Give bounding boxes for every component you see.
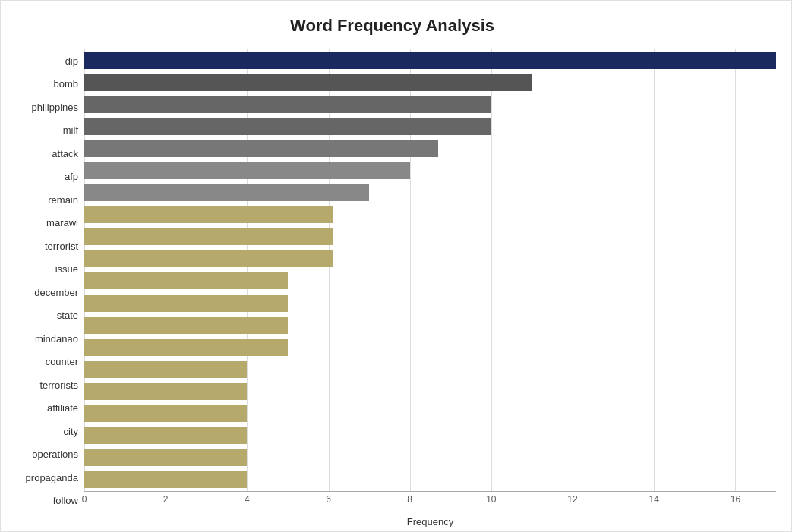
y-label: afp [8,167,78,187]
bar-row [84,183,776,203]
bar-row [84,338,776,357]
x-tick-label: 0 [82,494,87,505]
y-label: attack [8,143,78,163]
x-axis-label: Frequency [84,516,776,527]
y-label: bomb [8,74,78,94]
bar-row [84,227,776,247]
bar [84,162,410,179]
y-label: operations [8,445,78,464]
x-tick-label: 14 [649,494,659,505]
y-label: marawi [8,213,78,233]
chart-wrapper: Word Frequency Analysis dipbombphilippin… [0,0,792,532]
bar-row [84,95,776,115]
bar [84,383,247,400]
y-label: terrorist [8,236,78,256]
x-axis-line [84,491,776,492]
bar [84,96,491,113]
bar [84,361,247,378]
y-label: milf [8,121,78,140]
y-label: propaganda [8,467,78,487]
x-tick-label: 4 [245,494,250,505]
grid-line [166,49,166,491]
y-label: city [8,421,78,441]
bar [84,228,333,245]
grid-line [491,49,492,491]
y-label: counter [8,352,78,372]
bar-row [84,205,776,225]
bar [84,206,333,223]
grid-line [654,49,655,491]
y-label: december [8,282,78,302]
y-label: state [8,306,78,326]
grid-line [735,49,736,491]
bar-row [84,271,776,291]
y-label: dip [8,51,78,71]
x-tick-label: 8 [407,494,412,505]
bar-row [84,51,776,71]
x-tick-label: 16 [730,494,740,505]
y-label: issue [8,260,78,279]
plot-area [84,49,776,491]
bar-row [84,249,776,269]
bar-row [84,316,776,335]
bar-row [84,294,776,313]
bar-row [84,470,776,490]
grid-line [573,49,573,491]
grid-line [329,49,330,491]
y-label: follow [8,491,78,511]
bar-row [84,161,776,181]
bar-row [84,404,776,423]
bar [84,317,288,334]
bar [84,427,247,444]
bar-row [84,139,776,159]
y-label: mindanao [8,329,78,348]
bars-container [84,49,776,491]
bar-row [84,73,776,93]
bar [84,250,333,267]
bar [84,449,247,466]
bar [84,272,288,289]
bar-row [84,448,776,467]
y-label: affiliate [8,398,78,418]
x-axis-ticks: 0246810121416 [84,491,776,512]
bar-row [84,382,776,401]
x-tick-label: 2 [163,494,169,505]
grid-line [247,49,248,491]
y-label: philippines [8,97,78,117]
bar-row [84,360,776,379]
bar [84,295,288,312]
bar [84,118,491,135]
bar-row [84,426,776,445]
x-tick-label: 10 [486,494,496,505]
bar [84,405,247,422]
grid-line [410,49,411,491]
bar [84,339,288,356]
y-axis-labels: dipbombphilippinesmilfattackafpremainmar… [8,49,84,512]
bar [84,52,776,69]
chart-title: Word Frequency Analysis [8,16,776,36]
bar [84,184,369,201]
y-label: remain [8,190,78,209]
bar [84,74,532,91]
bar [84,471,247,488]
bar-row [84,117,776,137]
y-label: terrorists [8,375,78,395]
x-tick-label: 12 [567,494,577,505]
grid-line [84,49,85,491]
bar [84,140,438,157]
x-tick-label: 6 [326,494,331,505]
